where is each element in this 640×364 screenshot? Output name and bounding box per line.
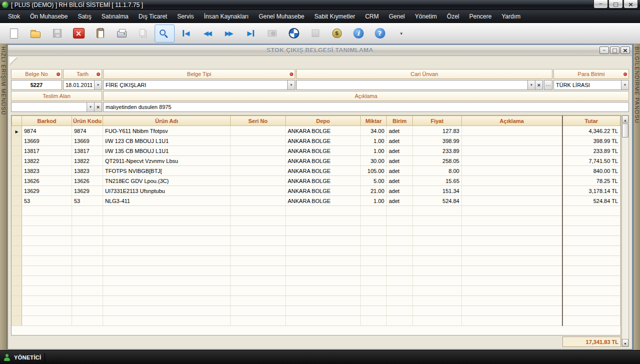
row-selector[interactable] (12, 256, 22, 266)
previous-record-button[interactable] (198, 24, 218, 42)
table-row[interactable]: 1382213822QT2911-Npecvt Vzvnmv LbsuANKAR… (12, 156, 620, 166)
table-row[interactable]: 1366913669I/W 123 CB MBOUJ L1U1ANKARA BO… (12, 136, 620, 146)
teslim-alan-field[interactable] (11, 102, 102, 112)
new-document-button[interactable] (4, 24, 24, 42)
menu-item-9[interactable]: Sabit Kıymetler (309, 10, 360, 22)
minimize-button[interactable] (593, 0, 608, 8)
money-bag-button[interactable] (327, 24, 347, 42)
para-birimi-dropdown-icon[interactable] (621, 80, 628, 90)
aciklama-field[interactable]: malıyetinden dusulen 8975 (103, 102, 629, 112)
column-header-tutar[interactable]: Tutar (562, 116, 620, 126)
empty-row[interactable] (12, 306, 620, 316)
teslim-alan-dropdown-icon[interactable] (87, 102, 94, 112)
empty-row[interactable] (12, 316, 620, 326)
menu-item-4[interactable]: Satınalma (97, 10, 134, 22)
menu-item-7[interactable]: İnsan Kaynakları (199, 10, 254, 22)
maximize-button[interactable] (608, 0, 623, 8)
menu-item-5[interactable]: Dış Ticaret (134, 10, 172, 22)
doc-close-button[interactable] (620, 46, 630, 54)
empty-row[interactable] (12, 256, 620, 266)
cari-unvan-browse-button[interactable] (544, 80, 552, 90)
table-row[interactable]: 5353NLG3-411ANKARA BOLGE1.00adet524.8452… (12, 196, 620, 206)
last-record-button[interactable] (241, 24, 261, 42)
table-row[interactable]: 1382313823TFOTPS NVIBGB[BTJ[ANKARA BOLGE… (12, 166, 620, 176)
table-row[interactable]: 1381713817I/W 135 CB MBOUJ L1U1ANKARA BO… (12, 146, 620, 156)
info-panel[interactable]: BİLGİLENDİRME PANOSU (633, 44, 640, 350)
menu-item-15[interactable]: Yardım (496, 10, 525, 22)
cari-unvan-field[interactable] (296, 80, 543, 90)
tarih-dropdown-icon[interactable] (94, 80, 102, 90)
paste-button[interactable] (90, 24, 110, 42)
teslim-alan-clear-icon[interactable] (94, 102, 102, 112)
web-button[interactable] (284, 24, 304, 42)
row-selector[interactable] (12, 156, 22, 166)
row-selector[interactable] (12, 196, 22, 206)
empty-row[interactable] (12, 236, 620, 246)
empty-row[interactable] (12, 276, 620, 286)
menu-item-12[interactable]: Yönetim (410, 10, 442, 22)
row-selector[interactable] (12, 276, 22, 286)
doc-restore-button[interactable] (610, 46, 619, 54)
empty-row[interactable] (12, 296, 620, 306)
info-button[interactable] (348, 24, 368, 42)
grid-vertical-scrollbar[interactable] (621, 115, 629, 347)
scrollbar-track[interactable] (622, 123, 628, 339)
table-row[interactable]: 98749874FUO-Y611 Nbibm TfotpsvANKARA BOL… (12, 126, 620, 136)
column-header-miktar[interactable]: Miktar (361, 116, 387, 126)
column-header-depo[interactable]: Depo (286, 116, 361, 126)
column-header--r-n-ad-[interactable]: Ürün Adı (103, 116, 231, 126)
scroll-up-button[interactable] (622, 116, 628, 123)
row-selector[interactable] (12, 176, 22, 186)
cari-unvan-dropdown-icon[interactable] (527, 80, 535, 90)
cari-unvan-clear-icon[interactable] (535, 80, 542, 90)
column-header-barkod[interactable]: Barkod (22, 116, 72, 126)
empty-row[interactable] (12, 266, 620, 276)
row-selector[interactable] (12, 216, 22, 226)
close-button[interactable] (623, 0, 638, 8)
column-header--r-n-kodu[interactable]: Ürün Kodu (72, 116, 103, 126)
row-selector[interactable] (12, 316, 22, 326)
belge-tipi-field[interactable]: FİRE ÇIKIŞLARI (103, 80, 295, 90)
row-selector[interactable] (12, 296, 22, 306)
menu-item-14[interactable]: Pencere (464, 10, 497, 22)
scroll-down-button[interactable] (622, 339, 628, 346)
para-birimi-field[interactable]: TÜRK LİRASI (553, 80, 629, 90)
row-selector[interactable] (12, 236, 22, 246)
menu-item-11[interactable]: Genel (384, 10, 410, 22)
belge-no-field[interactable]: 5227 (11, 80, 62, 90)
row-selector[interactable] (12, 166, 22, 176)
row-selector[interactable] (12, 146, 22, 156)
empty-row[interactable] (12, 206, 620, 216)
empty-row[interactable] (12, 226, 620, 236)
menu-item-3[interactable]: Satış (73, 10, 96, 22)
row-selector[interactable] (12, 266, 22, 276)
open-button[interactable] (26, 24, 46, 42)
search-button[interactable] (155, 24, 175, 42)
first-record-button[interactable] (176, 24, 196, 42)
table-row[interactable]: 1362613626TN218EC GDV Lpou.(3C)ANKARA BO… (12, 176, 620, 186)
menu-item-6[interactable]: Servis (172, 10, 199, 22)
column-header-fiyat[interactable]: Fiyat (413, 116, 462, 126)
menu-item-8[interactable]: Genel Muhasebe (254, 10, 309, 22)
row-selector[interactable] (12, 246, 22, 256)
row-selector[interactable] (12, 126, 22, 136)
scrollbar-thumb[interactable] (622, 124, 628, 138)
menu-item-2[interactable]: Ön Muhasebe (25, 10, 73, 22)
empty-row[interactable] (12, 246, 620, 256)
row-selector[interactable] (12, 136, 22, 146)
table-row[interactable]: 1362913629UI7331E2113 UfsnptubuANKARA BO… (12, 186, 620, 196)
menu-item-10[interactable]: CRM (360, 10, 384, 22)
close-button[interactable] (69, 24, 89, 42)
column-header-a-klama[interactable]: Açıklama (462, 116, 562, 126)
column-header-seri-no[interactable]: Seri No (231, 116, 286, 126)
empty-row[interactable] (12, 286, 620, 296)
row-selector[interactable] (12, 306, 22, 316)
print-button[interactable] (112, 24, 132, 42)
help-button[interactable] (370, 24, 390, 42)
doc-minimize-button[interactable] (599, 46, 609, 54)
empty-row[interactable] (12, 216, 620, 226)
row-selector[interactable] (12, 186, 22, 196)
menu-item-13[interactable]: Özel (442, 10, 464, 22)
row-selector[interactable] (12, 286, 22, 296)
quick-access-panel[interactable]: HIZLI ERİŞİM MENÜSÜ (0, 44, 7, 350)
